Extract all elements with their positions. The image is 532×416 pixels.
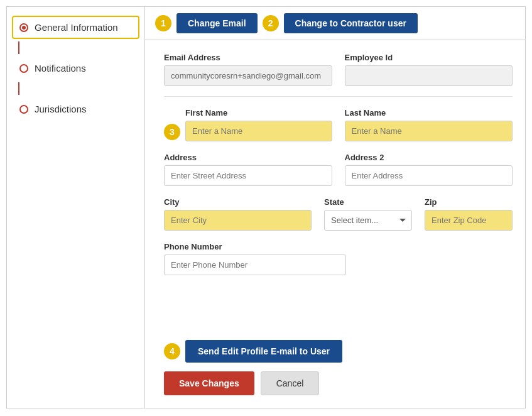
sidebar-connector-2 [18,82,19,95]
badge-1: 1 [155,15,171,31]
employee-id-label: Employee Id [345,53,513,62]
first-name-group: First Name [185,108,332,141]
address-input[interactable] [164,165,332,186]
last-name-input[interactable] [345,121,513,141]
last-name-group: Last Name [345,108,513,141]
sidebar-label-general: General Information [35,22,118,33]
sidebar-item-notifications[interactable]: Notifications [12,57,139,80]
save-changes-button[interactable]: Save Changes [164,371,254,395]
employee-id-input[interactable] [345,65,513,86]
badge-4: 4 [164,343,180,359]
address2-input[interactable] [345,165,513,186]
sidebar-label-jurisdictions: Jurisdictions [35,104,87,114]
radio-general-information [19,23,28,32]
zip-group: Zip [425,197,513,231]
phone-row: Phone Number [164,242,513,275]
sidebar: General Information Notifications Jurisd… [7,7,145,408]
change-contractor-button[interactable]: Change to Contractor user [284,13,418,33]
bottom-actions: 4 Send Edit Profile E-mail to User Save … [145,340,525,408]
save-cancel-row: Save Changes Cancel [164,371,513,395]
email-label: Email Address [164,53,332,62]
state-group: State Select item... [324,197,412,231]
cancel-button[interactable]: Cancel [261,371,320,395]
phone-input[interactable] [164,255,346,275]
email-employee-row: Email Address Employee Id [164,53,513,97]
send-email-button[interactable]: Send Edit Profile E-mail to User [185,340,342,363]
city-input[interactable] [164,210,312,231]
send-btn-row: 4 Send Edit Profile E-mail to User [164,340,513,363]
phone-group: Phone Number [164,242,346,275]
badge-3: 3 [164,124,180,140]
top-bar: 1 Change Email 2 Change to Contractor us… [145,7,525,40]
first-name-label: First Name [185,108,332,118]
state-select[interactable]: Select item... [324,210,412,231]
phone-label: Phone Number [164,242,346,251]
address-label: Address [164,153,332,162]
radio-notifications [19,64,28,73]
form-area: Email Address Employee Id 3 First Name [145,40,525,340]
city-state-zip-row: City State Select item... Zip [164,197,513,231]
sidebar-item-jurisdictions[interactable]: Jurisdictions [12,97,139,121]
name-row: 3 First Name Last Name [164,108,513,141]
address2-label: Address 2 [345,153,513,162]
email-input[interactable] [164,65,332,86]
address2-group: Address 2 [345,153,513,186]
address-row: Address Address 2 [164,153,513,186]
zip-label: Zip [425,197,513,207]
employee-id-group: Employee Id [345,53,513,86]
last-name-label: Last Name [345,108,513,118]
change-email-button[interactable]: Change Email [176,13,258,33]
radio-jurisdictions [19,105,28,114]
city-label: City [164,197,312,207]
address-group: Address [164,153,332,186]
state-label: State [324,197,412,207]
city-group: City [164,197,312,231]
zip-input[interactable] [425,210,513,231]
sidebar-connector-1 [18,41,19,54]
main-content: 1 Change Email 2 Change to Contractor us… [145,7,525,408]
email-group: Email Address [164,53,332,86]
sidebar-label-notifications: Notifications [35,63,86,74]
sidebar-item-general-information[interactable]: General Information [12,16,139,39]
badge-2: 2 [263,15,279,31]
first-name-input[interactable] [185,121,332,141]
